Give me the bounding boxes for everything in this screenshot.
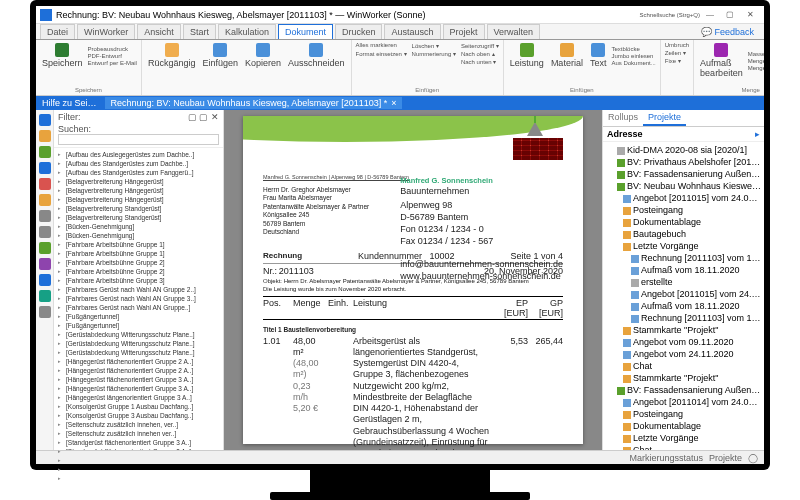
project-tree-item[interactable]: Angebot [2011014] vom 24.04.2020 (605, 396, 762, 408)
project-tree-item[interactable]: Rechnung [2011103] vom 19.11.2020 (605, 252, 762, 264)
close-tab-icon[interactable]: × (391, 98, 396, 108)
minimize-button[interactable]: — (700, 8, 720, 22)
rows[interactable]: Zeilen ▾ (665, 49, 686, 56)
format-insert[interactable]: Format einsetzen ▾ (356, 50, 407, 57)
tree-item[interactable]: [Belagverbreiterung Standgerüst] (56, 204, 221, 213)
project-tree-item[interactable]: Letzte Vorgänge (605, 240, 762, 252)
tree-item[interactable]: [Hängegerüst flächenorientiert Gruppe 3 … (56, 384, 221, 393)
select-all[interactable]: Alles markieren (356, 42, 407, 49)
service-button[interactable]: Leistung (508, 42, 546, 69)
tree-item[interactable]: [Seitenschutz zusätzlich innehen, ver..] (56, 420, 221, 429)
tree-item[interactable]: [Belagverbreiterung Hängegerüst] (56, 186, 221, 195)
tree-item[interactable]: [Fahrbares Gerüst nach Wahl AN Gruppe..] (56, 303, 221, 312)
project-tree-item[interactable]: erstellte (605, 276, 762, 288)
ribbon-tab-kalkulation[interactable]: Kalkulation (218, 24, 276, 39)
project-tree-item[interactable]: Angebot [2011015] vom 24.04.2020 (605, 288, 762, 300)
material-button[interactable]: Material (549, 42, 585, 69)
tool-icon-11[interactable] (39, 274, 51, 286)
project-tree-item[interactable]: Angebot [2011015] vom 24.04.2020 (605, 192, 762, 204)
project-tree-item[interactable]: Angebot vom 09.11.2020 (605, 336, 762, 348)
tool-icon-6[interactable] (39, 194, 51, 206)
tree-item[interactable]: [Aufbau des Standgerüstes zum Dachbe..] (56, 159, 221, 168)
from-doc[interactable]: Aus Dokument... (611, 60, 655, 66)
jumbo-import[interactable]: Jumbo einlesen (611, 53, 655, 59)
table-row[interactable]: 1.01 48,00 m² (48,00 m²) 0,23 m/h 5,20 €… (263, 336, 563, 450)
tree-item[interactable]: [Konsolgerüst Gruppe 1 Ausbau Dachfang..… (56, 402, 221, 411)
ribbon-tab-start[interactable]: Start (183, 24, 216, 39)
rollups-tab[interactable]: Rollups (603, 110, 643, 126)
tool-icon-13[interactable] (39, 306, 51, 318)
tool-icon-10[interactable] (39, 258, 51, 270)
project-tree-item[interactable]: Angebot vom 24.11.2020 (605, 348, 762, 360)
tree-item[interactable]: [Fahrbares Gerüst nach Wahl AN Gruppe 2.… (56, 285, 221, 294)
tree-item[interactable]: [Gerüstabdeckung Witterungsschutz Plane.… (56, 330, 221, 339)
tree-item[interactable]: [Standgerüst flächenorientiert Gruppe 3 … (56, 438, 221, 447)
tool-icon-5[interactable] (39, 178, 51, 190)
break[interactable]: Umbruch (665, 42, 689, 48)
active-doc-tab[interactable]: Rechnung: BV: Neubau Wohnhaus Kiesweg, A… (105, 97, 403, 109)
tool-icon-1[interactable] (39, 114, 51, 126)
tree-item[interactable]: [Bücken-Genehmigung] (56, 231, 221, 240)
ribbon-tab-datei[interactable]: Datei (40, 24, 75, 39)
project-tree-item[interactable]: Aufmaß vom 18.11.2020 (605, 300, 762, 312)
delete-menu[interactable]: Löschen ▾ (412, 42, 456, 49)
project-tree-item[interactable]: Kid-DMA 2020-08 sia [2020/1] (605, 144, 762, 156)
projects-tab[interactable]: Projekte (643, 110, 686, 126)
tool-icon-7[interactable] (39, 210, 51, 222)
tool-icon-9[interactable] (39, 242, 51, 254)
textblocks[interactable]: Textblöcke (611, 46, 655, 52)
project-tree-item[interactable]: Stammkarte "Projekt" (605, 372, 762, 384)
trial-print[interactable]: Probeausdruck (88, 46, 137, 52)
paste-button[interactable]: Einfügen (200, 42, 240, 69)
ribbon-tab-dokument[interactable]: Dokument (278, 24, 333, 39)
pdf-draft[interactable]: PDF-Entwurf (88, 53, 137, 59)
fix[interactable]: Fixe ▾ (665, 57, 681, 64)
tree-item[interactable]: [Fahrbare Arbeitsbühne Gruppe 2] (56, 258, 221, 267)
tree-item[interactable]: [Fahrbare Arbeitsbühne Gruppe 2] (56, 267, 221, 276)
ribbon-tab-drucken[interactable]: Drucken (335, 24, 383, 39)
project-tree-item[interactable]: BV: Fassadensanierung Außenstelle Bantem… (605, 384, 762, 396)
tree-item[interactable]: [Hängegerüst flächenorientiert Gruppe 2 … (56, 366, 221, 375)
project-tree-item[interactable]: Dokumentablage (605, 216, 762, 228)
tree-item[interactable]: [Belagverbreiterung Standgerüst] (56, 213, 221, 222)
close-button[interactable]: ✕ (740, 8, 760, 22)
project-tree-item[interactable]: Posteingang (605, 204, 762, 216)
tree-item[interactable]: [Hängegerüst flächenorientiert Gruppe 2 … (56, 357, 221, 366)
page-access[interactable]: Seitenzugriff ▾ (461, 42, 499, 49)
draft-email[interactable]: Entwurf per E-Mail (88, 60, 137, 66)
tree-item[interactable]: [Fahrbare Arbeitsbühne Gruppe 1] (56, 249, 221, 258)
ribbon-tab-ansicht[interactable]: Ansicht (137, 24, 181, 39)
qty-fix[interactable]: Menge festsetzen (748, 58, 764, 64)
project-tree-item[interactable]: Aufmaß vom 18.11.2020 (605, 264, 762, 276)
tree-item[interactable]: [Fußgängertunnel] (56, 312, 221, 321)
project-tree-item[interactable]: Letzte Vorgänge (605, 432, 762, 444)
masses-edit[interactable]: Massen bearbeiten ▾ (748, 50, 764, 57)
save-button[interactable]: Speichern (40, 42, 85, 69)
tree-item[interactable]: [Fahrbare Arbeitsbühne Gruppe 3] (56, 276, 221, 285)
tree-item[interactable]: [Hängegerüst längenorientiert Gruppe 3 A… (56, 393, 221, 402)
tree-item[interactable]: [Aufbau des Standgerüstes zum Fanggerü..… (56, 168, 221, 177)
cut-button[interactable]: Ausschneiden (286, 42, 347, 69)
tree-item[interactable]: [Bücken-Genehmigung] (56, 222, 221, 231)
ribbon-tab-austausch[interactable]: Austausch (384, 24, 440, 39)
tree-item[interactable]: [Gerüstabdeckung Witterungsschutz Plane.… (56, 339, 221, 348)
project-tree-item[interactable]: BV: Neubau Wohnhaus Kiesweg, Abelsmayer … (605, 180, 762, 192)
project-tree-item[interactable]: BV: Privathaus Abelshofer [2011105] vom … (605, 156, 762, 168)
tree-item[interactable]: [Konsolgerüst Gruppe 3 Ausbau Dachfang..… (56, 411, 221, 420)
numbering[interactable]: Nummerierung ▾ (412, 50, 456, 57)
ribbon-tab-winworker[interactable]: WinWorker (77, 24, 135, 39)
tree-item[interactable]: [Fahrbare Arbeitsbühne Gruppe 1] (56, 240, 221, 249)
tree-item[interactable]: [Fußgängertunnel] (56, 321, 221, 330)
tool-icon-12[interactable] (39, 290, 51, 302)
search-input[interactable] (58, 134, 219, 145)
ribbon-tab-verwalten[interactable]: Verwalten (487, 24, 541, 39)
text-button[interactable]: Text (588, 42, 609, 69)
tree-item[interactable]: [Fahrbares Gerüst nach Wahl AN Gruppe 3.… (56, 294, 221, 303)
tool-icon-8[interactable] (39, 226, 51, 238)
undo-button[interactable]: Rückgängig (146, 42, 198, 69)
copy-button[interactable]: Kopieren (243, 42, 283, 69)
tree-item[interactable]: [Belagverbreiterung Hängegerüst] (56, 177, 221, 186)
document-viewport[interactable]: Manfred G. Sonnenschein | Alpenweg 98 | … (224, 110, 602, 450)
tree-item[interactable]: [Gerüstabdeckung Witterungsschutz Plane.… (56, 348, 221, 357)
qty-from-service[interactable]: Menge aus Leistung (748, 65, 764, 71)
